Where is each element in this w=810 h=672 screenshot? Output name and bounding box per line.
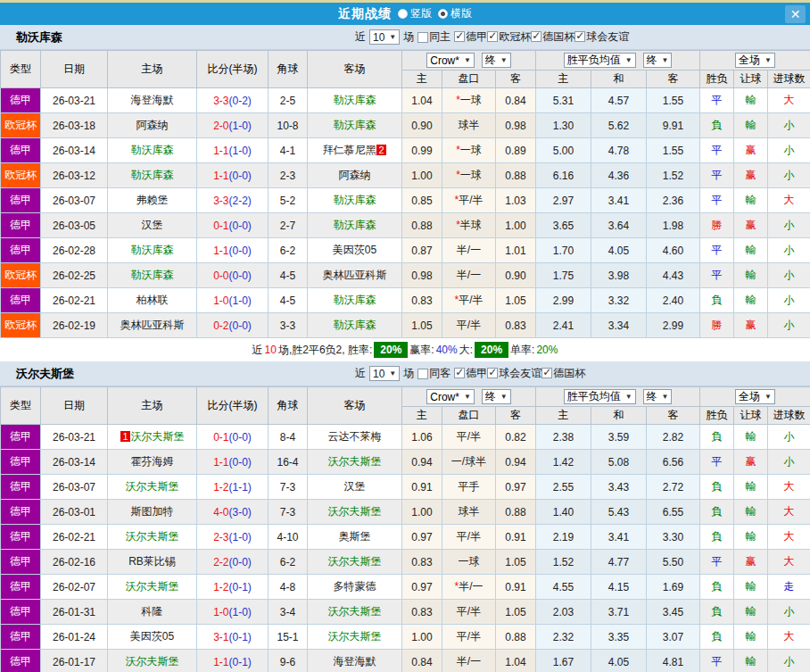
home-team: 科隆: [108, 600, 197, 625]
avg-final-select[interactable]: 终: [643, 389, 673, 404]
summary-text: 单率:: [510, 343, 534, 358]
handicap-line: 平手: [442, 475, 496, 500]
match-count-select[interactable]: 10: [369, 29, 400, 45]
home-team: 美因茨05: [108, 625, 197, 650]
corner-score: 2-3: [269, 163, 308, 188]
col-header-date: 日期: [41, 51, 108, 88]
odds-final-select[interactable]: 终: [482, 389, 511, 404]
away-odds: 1.05: [496, 550, 536, 575]
away-odds: 1.03: [496, 188, 536, 213]
away-odds: 1.00: [496, 213, 536, 238]
close-button[interactable]: ✕: [785, 5, 806, 23]
result-handicap: 赢: [734, 450, 768, 475]
score: 1-2(1-1): [197, 475, 269, 500]
layout-radio-vertical[interactable]: 竖版: [398, 6, 432, 21]
league-badge: 德甲: [1, 600, 41, 625]
away-odds: 0.98: [496, 113, 536, 138]
match-row: 德甲26-02-16RB莱比锡2-2(0-0)6-2沃尔夫斯堡0.83一球1.0…: [1, 550, 810, 575]
league-badge: 德甲: [1, 288, 41, 313]
avg-draw: 4.36: [591, 163, 647, 188]
league-badge: 欧冠杯: [1, 263, 41, 288]
score: 1-2(0-1): [197, 575, 269, 600]
summary-text: 20%: [536, 344, 558, 356]
result-outcome: 負: [700, 525, 734, 550]
score: 4-0(3-0): [197, 500, 269, 525]
avg-select[interactable]: 胜平负均值: [564, 389, 636, 404]
col-header-corner: 角球: [269, 51, 308, 88]
same-venue-checkbox[interactable]: 同主: [417, 29, 450, 45]
league-badge: 德甲: [1, 238, 41, 263]
scope-select[interactable]: 全场: [735, 53, 775, 68]
league-filter-checkbox[interactable]: 德国杯: [531, 29, 574, 45]
home-team: 奥林匹亚科斯: [108, 313, 197, 338]
league-badge: 德甲: [1, 88, 41, 113]
score: 0-0(0-0): [197, 263, 269, 288]
avg-select[interactable]: 胜平负均值: [564, 53, 636, 68]
away-odds: 0.89: [496, 138, 536, 163]
result-handicap: 赢: [734, 213, 768, 238]
result-handicap: 輸: [734, 113, 768, 138]
checkbox-icon: [541, 368, 552, 378]
result-handicap: 輸: [734, 650, 768, 672]
league-filter-checkbox[interactable]: 球会友谊: [574, 29, 629, 45]
match-row: 德甲26-02-07沃尔夫斯堡1-2(0-1)4-8多特蒙德0.97*半/一0.…: [1, 575, 810, 600]
league-filter-checkbox[interactable]: 德甲: [454, 366, 487, 381]
home-team: RB莱比锡: [108, 550, 197, 575]
match-row: 德甲26-01-31科隆1-0(1-0)3-4沃尔夫斯堡0.83平/半1.052…: [1, 600, 810, 625]
odds-company-select[interactable]: Crow*: [426, 53, 475, 68]
avg-home: 2.03: [536, 600, 591, 625]
rate-badge: 20%: [475, 342, 508, 358]
result-goals: 小: [768, 238, 810, 263]
avg-final-select[interactable]: 终: [643, 53, 673, 68]
league-filter-label: 德甲: [466, 29, 487, 45]
result-handicap: 輸: [734, 188, 768, 213]
col-header-home: 主场: [108, 387, 197, 425]
score: 1-1(0-0): [197, 238, 269, 263]
score: 2-3(1-0): [197, 525, 269, 550]
home-team: 柏林联: [108, 288, 197, 313]
sub-header-handicap-result: 让球: [734, 71, 768, 88]
home-odds: 0.83: [402, 288, 442, 313]
result-outcome: 負: [700, 500, 734, 525]
col-header-type: 类型: [1, 387, 41, 425]
avg-draw: 3.32: [591, 288, 647, 313]
layout-radio-horizontal[interactable]: 横版: [438, 6, 472, 21]
sub-header-avg-away: 客: [647, 407, 700, 425]
league-filter-checkbox[interactable]: 德甲: [454, 29, 487, 45]
avg-draw: 3.41: [591, 188, 647, 213]
handicap-line: 半/一: [442, 650, 496, 672]
away-team: 奥林匹亚科斯: [308, 263, 402, 288]
odds-company-select[interactable]: Crow*: [426, 389, 475, 404]
match-count-select[interactable]: 10: [369, 366, 400, 381]
home-team: 1沃尔夫斯堡: [108, 425, 197, 450]
avg-draw: 3.59: [591, 425, 647, 450]
filter-controls: 近 10 场 同客 德甲球会友谊德国杯: [355, 361, 585, 386]
same-venue-checkbox[interactable]: 同客: [417, 366, 450, 381]
avg-draw: 4.78: [591, 138, 647, 163]
avg-home: 2.99: [536, 288, 591, 313]
rank-badge: 1: [120, 431, 129, 442]
checkbox-icon: [417, 369, 428, 379]
match-date: 26-02-21: [41, 525, 108, 550]
league-filter-checkbox[interactable]: 球会友谊: [487, 366, 541, 381]
league-filter-checkbox[interactable]: 欧冠杯: [487, 29, 531, 45]
result-goals: 小: [768, 288, 810, 313]
team-section-wolfsburg: 沃尔夫斯堡 近 10 场 同客 德甲球会友谊德国杯 类型: [0, 361, 810, 672]
result-outcome: 負: [700, 625, 734, 650]
home-odds: 0.90: [402, 113, 442, 138]
avg-draw: 3.34: [591, 313, 647, 338]
handicap-line: *平/半: [442, 288, 496, 313]
recent-results-panel: 近期战绩 竖版 横版 ✕ 勒沃库森 近 10 场 同主: [0, 0, 810, 672]
radio-vertical-label: 竖版: [410, 6, 432, 21]
avg-home: 1.52: [536, 550, 591, 575]
league-filter-checkbox[interactable]: 德国杯: [541, 366, 585, 381]
score: 3-3(0-2): [197, 88, 269, 113]
odds-final-select[interactable]: 终: [482, 53, 511, 68]
result-handicap: 輸: [734, 575, 768, 600]
avg-draw: 5.43: [591, 500, 647, 525]
stats-summary: 近10场,胜2平6负2, 胜率:20%赢率:40%大:20%单率:20%: [0, 338, 810, 361]
summary-text: 近: [252, 343, 263, 358]
scope-select[interactable]: 全场: [735, 389, 775, 404]
panel-title: 近期战绩: [338, 6, 392, 22]
avg-draw: 3.35: [591, 625, 647, 650]
